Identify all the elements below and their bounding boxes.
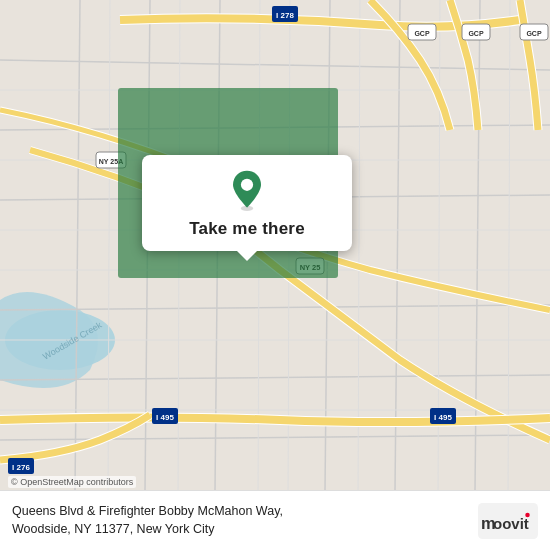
- location-description: Queens Blvd & Firefighter Bobby McMahon …: [12, 503, 470, 538]
- map-popup: Take me there: [142, 155, 352, 251]
- location-pin-icon: [226, 169, 268, 211]
- svg-text:GCP: GCP: [526, 30, 542, 37]
- svg-text:oovit: oovit: [493, 514, 529, 531]
- svg-line-11: [395, 0, 400, 490]
- map-attribution: © OpenStreetMap contributors: [8, 476, 136, 488]
- bottom-bar: Queens Blvd & Firefighter Bobby McMahon …: [0, 490, 550, 550]
- moovit-logo: m oovit: [478, 503, 538, 539]
- svg-line-6: [0, 435, 550, 440]
- svg-point-55: [525, 512, 530, 517]
- svg-text:I 495: I 495: [434, 413, 452, 422]
- svg-text:I 495: I 495: [156, 413, 174, 422]
- svg-point-51: [241, 179, 253, 191]
- svg-line-4: [0, 305, 550, 310]
- svg-text:I 278: I 278: [276, 11, 294, 20]
- svg-text:I 276: I 276: [12, 463, 30, 472]
- take-me-there-button[interactable]: Take me there: [189, 219, 305, 239]
- map-container: I 278 I 495 I 495 I 276 NY 25 NY 25A NY …: [0, 0, 550, 490]
- svg-text:GCP: GCP: [414, 30, 430, 37]
- svg-text:GCP: GCP: [468, 30, 484, 37]
- svg-line-23: [358, 0, 360, 490]
